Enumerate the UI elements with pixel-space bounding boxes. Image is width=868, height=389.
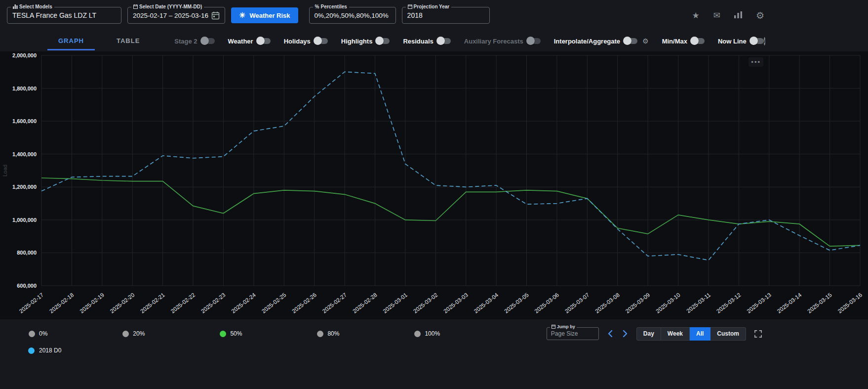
switch-knob bbox=[200, 37, 209, 45]
series-legend-label[interactable]: 2018 D0 bbox=[39, 347, 61, 354]
stage-2-switch[interactable] bbox=[201, 38, 215, 44]
holidays-switch[interactable] bbox=[315, 38, 328, 44]
select-models-field[interactable]: Select Models TESLA France Gas LDZ LT bbox=[7, 7, 121, 24]
svg-text:2025-02-20: 2025-02-20 bbox=[109, 292, 136, 314]
fullscreen-icon[interactable] bbox=[754, 330, 762, 338]
tab-graph[interactable]: GRAPH bbox=[47, 32, 95, 50]
legend-item-50pct[interactable]: 50% bbox=[220, 330, 242, 337]
toggle-auxiliary-forecasts: Auxiliary Forecasts bbox=[464, 38, 541, 45]
select-models-value[interactable]: TESLA France Gas LDZ LT bbox=[12, 11, 96, 19]
svg-text:2025-03-03: 2025-03-03 bbox=[442, 292, 469, 314]
calendar-picker-button[interactable] bbox=[211, 11, 220, 20]
interpolate-aggregate-switch[interactable] bbox=[624, 38, 637, 44]
svg-text:2025-03-12: 2025-03-12 bbox=[715, 292, 742, 314]
select-date-value[interactable]: 2025-02-17 – 2025-03-16 bbox=[133, 12, 208, 19]
svg-text:2025-03-04: 2025-03-04 bbox=[473, 292, 500, 314]
svg-text:2025-03-07: 2025-03-07 bbox=[564, 292, 591, 314]
chart-menu-icon[interactable]: ••• bbox=[749, 57, 763, 67]
interpolate-settings-gear-icon[interactable]: ⚙ bbox=[642, 37, 649, 45]
switch-knob bbox=[375, 37, 384, 45]
svg-text:2025-02-17: 2025-02-17 bbox=[18, 292, 44, 314]
svg-text:2025-03-05: 2025-03-05 bbox=[503, 292, 530, 314]
gear-icon[interactable]: ⚙ bbox=[756, 11, 764, 20]
svg-text:2025-03-06: 2025-03-06 bbox=[533, 292, 560, 314]
range-week-button[interactable]: Week bbox=[661, 327, 690, 341]
jump-by-label: Jump by bbox=[557, 324, 575, 329]
percentile-legend: 0% 20% 50% 80% 100% bbox=[29, 330, 440, 337]
svg-text:2025-03-09: 2025-03-09 bbox=[625, 292, 651, 314]
info-icon[interactable]: i bbox=[764, 37, 765, 45]
svg-text:2025-02-24: 2025-02-24 bbox=[230, 292, 257, 314]
toggle-residuals: Residuals bbox=[403, 38, 450, 45]
weather-risk-button[interactable]: ☀ Weather Risk bbox=[231, 7, 298, 23]
star-icon[interactable]: ★ bbox=[692, 11, 699, 20]
svg-text:2025-03-13: 2025-03-13 bbox=[746, 292, 772, 314]
svg-text:2025-02-23: 2025-02-23 bbox=[200, 292, 227, 314]
weather-switch[interactable] bbox=[257, 38, 271, 44]
toggle-interpolate-aggregate: Interpolate/Aggregate ⚙ bbox=[554, 37, 649, 45]
page-size-select[interactable]: Jump by Page Size bbox=[547, 327, 599, 340]
series-legend: 2018 D0 bbox=[0, 345, 868, 356]
switch-knob bbox=[314, 37, 322, 45]
select-date-field[interactable]: Select Date (YYYY-MM-DD) 2025-02-17 – 20… bbox=[127, 7, 225, 24]
svg-text:600,000: 600,000 bbox=[17, 283, 37, 289]
range-all-button[interactable]: All bbox=[690, 327, 710, 341]
min-max-switch[interactable] bbox=[691, 38, 705, 44]
svg-text:2025-02-26: 2025-02-26 bbox=[291, 292, 317, 314]
svg-text:800,000: 800,000 bbox=[17, 250, 37, 256]
legend-dot bbox=[220, 331, 226, 337]
chart-canvas: 600,000800,0001,000,0001,200,0001,400,00… bbox=[0, 51, 868, 319]
select-date-label: Select Date (YYYY-MM-DD) bbox=[139, 4, 202, 9]
range-custom-button[interactable]: Custom bbox=[710, 327, 746, 341]
projection-year-field[interactable]: Projection Year 2018 bbox=[402, 7, 490, 24]
legend-dot bbox=[414, 331, 421, 337]
legend-dot bbox=[29, 331, 35, 337]
svg-text:2025-03-14: 2025-03-14 bbox=[776, 292, 803, 314]
svg-text:2025-02-22: 2025-02-22 bbox=[169, 292, 196, 314]
svg-text:1,800,000: 1,800,000 bbox=[12, 86, 37, 91]
legend-item-0pct[interactable]: 0% bbox=[29, 330, 47, 337]
toggle-holidays: Holidays bbox=[284, 38, 328, 45]
percent-icon: % bbox=[315, 4, 319, 9]
percentiles-field[interactable]: % Percentiles 0%,20%,50%,80%,100% bbox=[309, 7, 396, 24]
svg-text:2025-03-10: 2025-03-10 bbox=[655, 292, 681, 314]
page-size-value: Page Size bbox=[551, 330, 578, 337]
svg-text:2025-03-08: 2025-03-08 bbox=[594, 292, 621, 314]
chevron-left-icon[interactable] bbox=[607, 330, 614, 338]
toolbar: GRAPH TABLE Stage 2 Weather Holidays Hig… bbox=[0, 31, 868, 51]
svg-text:2025-03-01: 2025-03-01 bbox=[382, 292, 408, 314]
svg-text:2025-02-19: 2025-02-19 bbox=[79, 292, 105, 314]
chevron-right-icon[interactable] bbox=[622, 330, 629, 338]
stats-icon[interactable] bbox=[734, 11, 742, 20]
auxiliary-forecasts-switch[interactable] bbox=[527, 38, 541, 44]
svg-text:2025-02-25: 2025-02-25 bbox=[261, 292, 287, 314]
legend-item-100pct[interactable]: 100% bbox=[414, 330, 440, 337]
mail-icon[interactable]: ✉ bbox=[713, 11, 720, 20]
switch-knob bbox=[526, 37, 535, 45]
highlights-switch[interactable] bbox=[376, 38, 390, 44]
load-forecast-chart: 600,000800,0001,000,0001,200,0001,400,00… bbox=[0, 51, 868, 319]
svg-text:2025-02-21: 2025-02-21 bbox=[139, 292, 166, 314]
now-line-switch[interactable] bbox=[750, 38, 764, 44]
switch-knob bbox=[690, 37, 699, 45]
view-tabs: GRAPH TABLE bbox=[47, 32, 151, 50]
residuals-switch[interactable] bbox=[437, 38, 451, 44]
jump-icon bbox=[552, 325, 555, 329]
percentiles-value[interactable]: 0%,20%,50%,80%,100% bbox=[315, 12, 389, 19]
legend-item-20pct[interactable]: 20% bbox=[122, 330, 145, 337]
svg-text:1,000,000: 1,000,000 bbox=[12, 217, 37, 223]
svg-text:2025-02-28: 2025-02-28 bbox=[352, 292, 378, 314]
svg-text:1,600,000: 1,600,000 bbox=[12, 118, 37, 124]
svg-text:1,400,000: 1,400,000 bbox=[12, 151, 37, 157]
projection-year-value[interactable]: 2018 bbox=[407, 11, 423, 19]
svg-text:2025-02-18: 2025-02-18 bbox=[48, 292, 75, 314]
toggle-min-max: Min/Max bbox=[662, 38, 705, 45]
legend-item-80pct[interactable]: 80% bbox=[317, 330, 339, 337]
svg-text:Load: Load bbox=[2, 165, 8, 176]
range-button-group: Day Week All Custom bbox=[636, 327, 746, 341]
tab-table[interactable]: TABLE bbox=[106, 32, 151, 50]
svg-text:2025-03-16: 2025-03-16 bbox=[836, 292, 863, 314]
calendar-icon bbox=[133, 4, 138, 9]
range-day-button[interactable]: Day bbox=[636, 327, 661, 341]
top-bar: Select Models TESLA France Gas LDZ LT Se… bbox=[0, 0, 868, 31]
